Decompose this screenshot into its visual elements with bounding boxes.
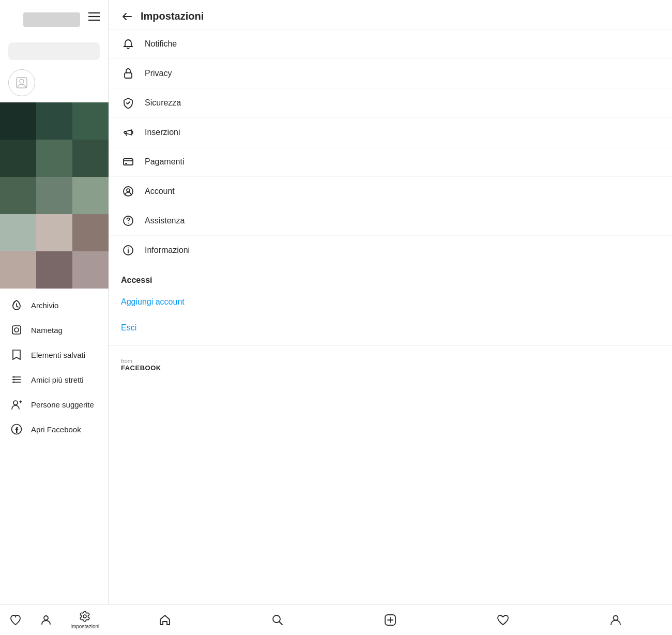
bell-icon (121, 38, 135, 50)
bottom-profile-icon[interactable] (609, 613, 622, 627)
lock-icon (121, 67, 135, 80)
menu-item-persone-suggerite[interactable]: Persone suggerite (0, 392, 108, 417)
bottom-heart-icon[interactable] (496, 613, 510, 627)
settings-item-notifiche[interactable]: Notifiche (109, 29, 672, 59)
bottom-nav-heart[interactable] (9, 614, 22, 626)
info-circle-icon (121, 244, 135, 256)
svg-rect-19 (125, 73, 132, 78)
add-person-icon (10, 399, 23, 410)
settings-item-pagamenti[interactable]: Pagamenti (109, 147, 672, 177)
profile-photo (8, 69, 35, 96)
username-placeholder (23, 12, 80, 27)
bottom-search-icon[interactable] (271, 613, 284, 627)
svg-point-29 (128, 248, 129, 249)
settings-item-assistenza[interactable]: Assistenza (109, 206, 672, 236)
label-privacy: Privacy (145, 69, 172, 78)
search-bar[interactable] (8, 42, 100, 60)
bottom-nav-right (109, 604, 672, 635)
svg-point-11 (13, 379, 15, 381)
left-panel: Archivio Nametag Elementi salvati (0, 0, 109, 635)
label-account: Account (145, 187, 175, 196)
right-panel: Impostazioni Notifiche Privacy (109, 0, 672, 635)
settings-label: Impostazioni (70, 624, 99, 629)
label-informazioni: Informazioni (145, 246, 190, 255)
footer-brand: FACEBOOK (121, 364, 660, 372)
svg-point-12 (13, 382, 15, 383)
settings-header: Impostazioni (109, 0, 672, 29)
menu-item-archivio[interactable]: Archivio (0, 293, 108, 318)
menu-label-persone-suggerite: Persone suggerite (31, 400, 94, 409)
facebook-footer: from FACEBOOK (109, 345, 672, 380)
footer-from: from (121, 358, 660, 364)
megaphone-icon (121, 126, 135, 139)
settings-item-account[interactable]: Account (109, 177, 672, 206)
settings-item-sicurezza[interactable]: Sicurezza (109, 88, 672, 118)
facebook-icon (10, 424, 23, 435)
svg-point-13 (13, 401, 18, 405)
svg-point-6 (14, 328, 19, 332)
label-inserzioni: Inserzioni (145, 128, 180, 137)
svg-point-4 (20, 79, 24, 83)
bottom-nav-left: Impostazioni (0, 604, 109, 635)
accessi-section-header: Accessi (109, 265, 672, 289)
svg-line-31 (280, 622, 283, 625)
aggiungi-account-link[interactable]: Aggiungi account (109, 289, 672, 315)
label-notifiche: Notifiche (145, 39, 177, 49)
svg-point-18 (83, 615, 86, 618)
svg-rect-20 (124, 159, 133, 165)
menu-item-apri-facebook[interactable]: Apri Facebook (0, 417, 108, 442)
card-icon (121, 156, 135, 168)
menu-label-elementi-salvati: Elementi salvati (31, 351, 85, 359)
menu-label-archivio: Archivio (31, 301, 58, 310)
svg-point-26 (128, 223, 129, 224)
svg-point-10 (13, 376, 15, 378)
menu-item-elementi-salvati[interactable]: Elementi salvati (0, 342, 108, 367)
svg-point-35 (614, 616, 618, 621)
hamburger-icon[interactable] (88, 9, 100, 30)
close-friends-icon (10, 374, 23, 385)
svg-point-17 (44, 616, 48, 620)
bottom-nav-settings[interactable]: Impostazioni (70, 610, 99, 629)
image-mosaic (0, 102, 109, 289)
nametag-icon (10, 324, 23, 336)
settings-title: Impostazioni (141, 10, 204, 22)
person-circle-icon (121, 185, 135, 198)
settings-item-inserzioni[interactable]: Inserzioni (109, 118, 672, 147)
shield-icon (121, 97, 135, 109)
bottom-home-icon[interactable] (158, 613, 172, 627)
settings-item-informazioni[interactable]: Informazioni (109, 236, 672, 265)
settings-item-privacy[interactable]: Privacy (109, 59, 672, 88)
label-pagamenti: Pagamenti (145, 157, 185, 167)
label-assistenza: Assistenza (145, 216, 185, 225)
left-menu: Archivio Nametag Elementi salvati (0, 289, 108, 446)
menu-label-amici-piu-stretti: Amici più stretti (31, 375, 84, 384)
settings-list: Notifiche Privacy Sicurezza (109, 29, 672, 390)
archive-icon (10, 299, 23, 311)
bottom-add-icon[interactable] (384, 613, 397, 627)
svg-rect-5 (12, 326, 21, 334)
svg-point-24 (127, 189, 130, 192)
bottom-nav-profile[interactable] (40, 614, 52, 626)
menu-item-amici-piu-stretti[interactable]: Amici più stretti (0, 367, 108, 392)
menu-label-apri-facebook: Apri Facebook (31, 425, 81, 434)
esci-link[interactable]: Esci (109, 315, 672, 341)
left-top-bar (0, 0, 108, 35)
question-circle-icon (121, 215, 135, 227)
bookmark-icon (10, 349, 23, 360)
label-sicurezza: Sicurezza (145, 98, 181, 108)
back-button[interactable] (121, 9, 133, 23)
menu-label-nametag: Nametag (31, 326, 63, 335)
menu-item-nametag[interactable]: Nametag (0, 318, 108, 342)
